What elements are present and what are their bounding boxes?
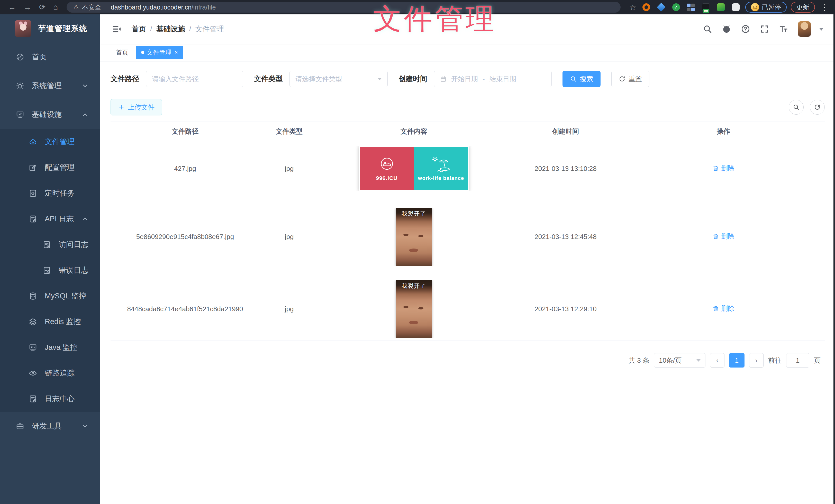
page-number-active[interactable]: 1 (729, 353, 745, 368)
reset-button[interactable]: 重置 (611, 71, 649, 87)
chevron-up-icon (82, 216, 88, 222)
sidebar-item-error-logs[interactable]: 错误日志 (0, 257, 100, 283)
tag-file-management[interactable]: 文件管理 × (136, 46, 183, 59)
sidebar-item-infra[interactable]: 基础设施 (0, 100, 100, 129)
delete-button[interactable]: 删除 (712, 232, 734, 241)
screenshot-root: ← → ⟳ ⌂ ⚠ 不安全 dashboard.yudao.iocoder.cn… (0, 0, 835, 504)
file-preview-996icu-image: 996.ICU work-life balance (359, 146, 469, 191)
file-type-select[interactable]: 请选择文件类型 (289, 71, 388, 87)
extension-puzzle-icon[interactable] (732, 3, 740, 11)
sidebar-item-dev-tools[interactable]: 研发工具 (0, 412, 100, 441)
next-page-button[interactable]: › (749, 353, 763, 368)
upload-file-button[interactable]: 上传文件 (110, 99, 162, 115)
page-unit-label: 页 (814, 356, 821, 365)
profile-status-label: 已暂停 (762, 3, 781, 12)
table-tools (789, 100, 825, 114)
extension-green-leaf-icon[interactable] (717, 3, 725, 11)
extension-orange-ring-icon[interactable] (643, 3, 650, 11)
delete-button[interactable]: 删除 (712, 304, 734, 313)
extension-blue-gem-icon[interactable] (657, 3, 666, 12)
toggle-search-button[interactable] (789, 100, 803, 114)
sidebar-item-access-logs[interactable]: 访问日志 (0, 232, 100, 257)
app-title: 芋道管理系统 (38, 23, 87, 34)
chevron-up-icon (82, 111, 88, 118)
font-size-icon[interactable] (779, 24, 788, 34)
select-caret-icon (378, 78, 382, 80)
tag-home[interactable]: 首页 (111, 46, 133, 59)
file-preview-baby-meme-image: 我裂开了 (396, 208, 432, 266)
sidebar-collapse-icon[interactable] (111, 24, 122, 34)
back-icon[interactable]: ← (8, 3, 16, 11)
active-tag-dot-icon (141, 51, 144, 54)
sidebar-item-scheduled-jobs[interactable]: 定时任务 (0, 181, 100, 206)
search-icon[interactable] (703, 24, 712, 34)
table-toolbar: 上传文件 (110, 99, 825, 115)
extension-dark-on-icon[interactable]: on (702, 3, 710, 11)
refresh-table-button[interactable] (810, 100, 825, 114)
trash-icon (712, 165, 719, 172)
date-range-picker[interactable]: 开始日期 - 结束日期 (434, 71, 552, 87)
sidebar-item-java-monitor[interactable]: Java 监控 (0, 335, 100, 360)
trash-icon (712, 305, 719, 312)
github-icon[interactable] (722, 24, 731, 34)
prev-page-button[interactable]: ‹ (710, 353, 725, 368)
create-time-label: 创建时间 (399, 74, 427, 84)
reload-icon[interactable]: ⟳ (39, 3, 45, 11)
profile-paused-badge[interactable]: ☺ 已暂停 (745, 2, 787, 13)
extension-icons: ✓ on (643, 3, 740, 11)
fullscreen-icon[interactable] (760, 24, 769, 34)
bookmark-star-icon[interactable]: ☆ (629, 3, 636, 12)
page-size-select[interactable]: 10条/页 (654, 353, 706, 368)
cell-file-path: 427.jpg (110, 165, 260, 173)
table-header-row: 文件路径 文件类型 文件内容 创建时间 操作 (110, 122, 825, 141)
help-icon[interactable] (741, 24, 750, 34)
sidebar-item-system[interactable]: 系统管理 (0, 71, 100, 100)
996icu-left-panel: 996.ICU (360, 147, 414, 190)
schedule-icon (29, 189, 37, 197)
close-tag-icon[interactable]: × (175, 49, 178, 55)
delete-button[interactable]: 删除 (712, 164, 734, 173)
home-icon[interactable]: ⌂ (53, 3, 58, 11)
navbar-actions (703, 21, 824, 37)
search-button[interactable]: 搜索 (563, 71, 600, 87)
browser-update-button[interactable]: 更新 (791, 2, 815, 13)
address-bar[interactable]: ⚠ 不安全 dashboard.yudao.iocoder.cn/infra/f… (66, 2, 620, 13)
search-icon (570, 76, 577, 82)
sidebar-item-config[interactable]: 配置管理 (0, 155, 100, 181)
cell-created-time: 2021-03-13 12:29:10 (509, 305, 622, 313)
user-avatar[interactable] (798, 21, 811, 37)
trash-icon (712, 233, 719, 240)
browser-nav-buttons: ← → ⟳ ⌂ (8, 3, 58, 11)
breadcrumb-section[interactable]: 基础设施 (156, 24, 185, 34)
edit-icon (29, 164, 37, 172)
sidebar-item-api-logs[interactable]: API 日志 (0, 206, 100, 232)
forward-icon[interactable]: → (24, 3, 32, 11)
user-menu-caret-icon[interactable] (819, 28, 824, 30)
cell-created-time: 2021-03-13 12:45:48 (509, 233, 622, 241)
page-url: dashboard.yudao.iocoder.cn/infra/file (111, 4, 216, 11)
extension-green-check-icon[interactable]: ✓ (672, 3, 680, 11)
col-header-path: 文件路径 (110, 127, 260, 136)
java-monitor-icon (29, 343, 37, 352)
browser-menu-icon[interactable]: ⋮ (818, 3, 830, 12)
sidebar-item-redis-monitor[interactable]: Redis 监控 (0, 309, 100, 335)
goto-page-input[interactable] (786, 353, 809, 368)
sidebar-item-log-center[interactable]: 日志中心 (0, 386, 100, 412)
cell-actions: 删除 (622, 304, 825, 314)
sidebar-item-home[interactable]: 首页 (0, 43, 100, 71)
beach-umbrella-icon (430, 156, 452, 173)
not-secure-warning-icon: ⚠ (73, 4, 79, 11)
sidebar-item-mysql-monitor[interactable]: MySQL 监控 (0, 283, 100, 309)
table-row: 427.jpg jpg 996.ICU work-life balan (110, 141, 825, 196)
file-path-input-field[interactable] (152, 75, 237, 83)
security-label: 不安全 (82, 3, 101, 12)
file-path-input[interactable] (146, 71, 243, 87)
sidebar-item-file-management[interactable]: 文件管理 (0, 129, 100, 155)
app-logo-image (15, 20, 32, 37)
breadcrumb-home[interactable]: 首页 (131, 24, 146, 34)
cell-file-path: 5e8609290e915c4fa8b08e67.jpg (110, 233, 260, 241)
file-path-label: 文件路径 (110, 74, 139, 84)
sidebar-item-tracing[interactable]: 链路追踪 (0, 360, 100, 386)
window-edge-scrollbar[interactable] (833, 14, 835, 504)
extension-grid-icon[interactable] (687, 3, 695, 11)
